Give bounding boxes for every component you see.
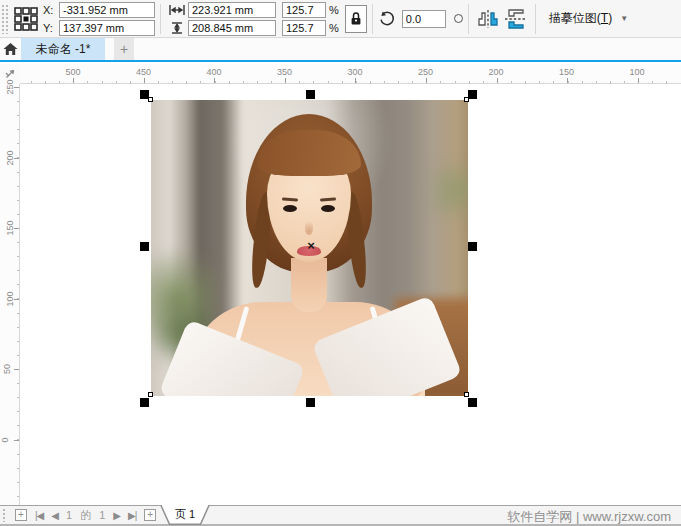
photo-plant-blur [433,148,468,233]
ruler-label: 450 [136,67,151,77]
first-page-button[interactable]: |◀ [31,510,47,521]
separator [160,4,161,34]
total-page-number: 1 [95,509,109,521]
ruler-crosshair-icon [4,68,16,80]
rotation-dial-icon[interactable] [454,14,463,23]
ruler-label: 350 [277,67,292,77]
drawing-canvas[interactable]: × [20,84,681,505]
portrait-nose [305,218,313,235]
next-page-button[interactable]: ▶ [109,510,124,521]
portrait-eye [283,205,297,212]
ruler-label: 250 [5,79,15,94]
object-height-icon [169,22,185,34]
portrait-eye [321,205,335,212]
scale-x-percent: % [329,4,339,16]
tab-document-untitled[interactable]: 未命名 -1* [21,38,105,60]
coreldraw-window: X: Y: [0,0,681,526]
status-bar: + |◀ ◀ 1 的 1 ▶ ▶| + 页 1 软件自学网 | www.rjzx… [0,505,681,526]
property-bar: X: Y: [0,0,681,38]
trace-bitmap-button[interactable]: 描摹位图(T) ▼ [541,4,636,34]
ruler-label: 100 [5,291,15,306]
position-fields: X: Y: [43,2,155,36]
previous-page-button[interactable]: ◀ [47,510,62,521]
scale-y-input[interactable] [282,20,326,36]
current-page-number: 1 [62,509,76,521]
ruler-label: 400 [206,67,221,77]
scale-fields: % % [282,2,339,36]
object-position-icon [13,6,39,32]
last-page-button[interactable]: ▶| [124,510,140,521]
ruler-label: 0 [0,437,10,442]
portrait-neck [291,258,327,312]
mirror-vertical-icon [504,8,528,30]
selection-handle-bottom-middle[interactable] [306,398,315,407]
ruler-label: 200 [5,150,15,165]
size-fields [166,2,276,36]
ruler-label: 200 [488,67,503,77]
page-of-label: 的 [76,508,95,523]
separator [468,4,469,34]
home-icon [3,42,18,56]
rotation-angle-input[interactable] [402,10,446,28]
statusbar-grip[interactable] [2,508,7,522]
scale-x-input[interactable] [282,2,326,18]
ruler-label: 150 [559,67,574,77]
object-width-icon [169,4,185,16]
y-position-input[interactable] [59,20,155,36]
selection-handle-middle-right[interactable] [468,242,477,251]
new-document-tab-button[interactable]: + [114,38,134,60]
y-label: Y: [43,22,59,34]
page-tab[interactable]: 页 1 [160,505,210,525]
ruler-label: 50 [2,364,12,374]
add-page-before-button[interactable]: + [15,509,27,521]
scale-y-percent: % [329,22,339,34]
toolbar-grip[interactable] [1,4,8,34]
selection-center-marker[interactable]: × [304,239,318,253]
mirror-horizontal-button[interactable] [474,5,502,33]
bitmap-corner-node[interactable] [148,97,153,102]
watermark-text: 软件自学网 | www.rjzxw.com [507,508,671,526]
rotation-icon [378,10,396,28]
x-position-input[interactable] [59,2,155,18]
separator [372,4,373,34]
selection-handle-bottom-right[interactable] [468,398,477,407]
selection-handle-bottom-left[interactable] [140,398,149,407]
trace-bitmap-label: 描摹位图(T) [549,10,612,27]
bitmap-corner-node[interactable] [464,392,469,397]
bitmap-corner-node[interactable] [464,97,469,102]
object-height-input[interactable] [188,20,276,36]
chevron-down-icon: ▼ [620,14,628,23]
bitmap-corner-node[interactable] [148,392,153,397]
lock-ratio-button[interactable] [345,5,367,33]
lock-icon [350,11,362,26]
selection-handle-middle-left[interactable] [140,242,149,251]
ruler-label: 500 [65,67,80,77]
workspace: 500 450 400 350 300 250 200 150 100 250 … [0,64,681,505]
object-width-input[interactable] [188,2,276,18]
selection-handle-top-middle[interactable] [306,90,315,99]
vertical-ruler[interactable]: 250 200 150 100 50 0 [0,84,20,505]
rotation-group [378,10,463,28]
mirror-vertical-button[interactable] [502,5,530,33]
horizontal-ruler[interactable]: 500 450 400 350 300 250 200 150 100 [20,64,681,84]
ruler-label: 100 [629,67,644,77]
welcome-screen-button[interactable] [0,38,21,60]
page-tab-label[interactable]: 页 1 [160,505,210,524]
document-tab-bar: 未命名 -1* + [0,38,681,62]
separator [535,4,536,34]
ruler-label: 250 [418,67,433,77]
ruler-label: 150 [5,220,15,235]
x-label: X: [43,4,59,16]
add-page-after-button[interactable]: + [144,509,156,521]
selection-handle-top-right[interactable] [468,90,477,99]
mirror-horizontal-icon [475,9,501,29]
ruler-label: 300 [347,67,362,77]
